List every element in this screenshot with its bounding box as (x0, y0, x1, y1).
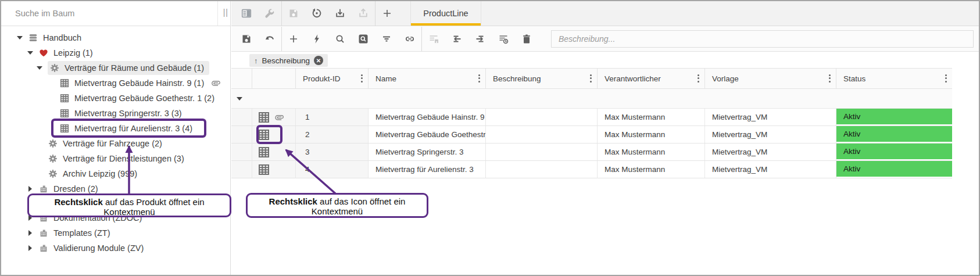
tab-productline[interactable]: ProductLine (410, 1, 481, 26)
delete-button[interactable] (515, 27, 538, 51)
save-view-button[interactable] (422, 27, 445, 51)
table-row[interactable]: 4 Mietvertrag für Aurelienstr. 3 Max Mus… (231, 161, 952, 178)
form-panel-button[interactable] (235, 1, 258, 26)
tree-item-label: Verträge für Fahrzeuge (2) (63, 139, 162, 148)
export-button[interactable] (352, 1, 375, 26)
tree-item-goethestr[interactable]: Mietvertrag Gebäude Goethestr. 1 (2) (1, 91, 230, 106)
sidebar-collapse-handle[interactable]: || (223, 8, 228, 17)
actions-button[interactable] (305, 27, 328, 51)
row-icon-cell[interactable] (252, 109, 296, 126)
column-menu-icon[interactable] (588, 73, 593, 84)
add-tab-button[interactable] (375, 1, 399, 26)
history-list-button[interactable] (492, 27, 515, 51)
tree-item-vertraege-fahrzeuge[interactable]: Verträge für Fahrzeuge (2) (1, 136, 230, 151)
caret-down-icon[interactable] (16, 36, 23, 40)
caret-right-icon[interactable] (27, 186, 34, 192)
chip-row: ↑ Beschreibung ✕ (231, 52, 979, 68)
header-status[interactable]: Status (836, 69, 952, 88)
table-row[interactable]: 1 Mietvertrag Gebäude Hainstr. 9 Max Mus… (231, 109, 952, 126)
row-expand-cell (231, 109, 252, 126)
tree-item-label: Handbuch (43, 33, 81, 42)
row-expand-cell (231, 126, 252, 143)
beschreibung-cell (486, 126, 598, 143)
column-menu-icon[interactable] (827, 73, 832, 84)
tree-item-label: Mietvertrag Gebäude Goethestr. 1 (2) (74, 94, 214, 103)
annotation-callout-product: Rechtsklick auf das Produkt öffnet ein K… (27, 193, 231, 217)
column-menu-icon[interactable] (943, 73, 949, 84)
tree-item-vertraege-raeume[interactable]: Verträge für Räume und Gebäude (1) (1, 60, 230, 76)
status-badge: Aktiv (836, 109, 952, 124)
tree-item-templates[interactable]: Templates (ZT) (1, 225, 230, 241)
link-button[interactable] (398, 27, 421, 51)
paperclip-icon (210, 79, 221, 87)
group-row[interactable] (231, 89, 952, 109)
header-beschreibung[interactable]: Beschreibung (486, 69, 598, 88)
status-cell: Aktiv (836, 161, 952, 178)
tree-item-hainstr[interactable]: Mietvertrag Gebäude Hainstr. 9 (1) (1, 76, 230, 91)
heart-icon (38, 48, 49, 58)
tree-item-validierung-module[interactable]: Validierung Module (ZV) (1, 241, 230, 256)
tree-item-label: Dresden (2) (53, 184, 98, 193)
annotation-highlight-tree-item (51, 119, 206, 138)
import-icon (334, 8, 346, 19)
header-verantwortlicher[interactable]: Verantwortlicher (598, 69, 705, 88)
tree-search-input[interactable] (1, 1, 218, 26)
tab-label: ProductLine (423, 9, 468, 18)
produkt-id-cell: 4 (296, 161, 369, 178)
row-icon-cell[interactable] (252, 161, 296, 178)
check-out-button[interactable] (468, 27, 492, 51)
tree-item-archiv-leipzig[interactable]: Archiv Leipzig (999) (1, 166, 230, 181)
application-window: || Handbuch Leipzig (1) (0, 0, 980, 276)
check-in-icon (451, 33, 463, 45)
column-menu-icon[interactable] (359, 73, 364, 84)
tree-item-vertraege-dienstleistungen[interactable]: Verträge für Dienstleistungen (3) (1, 151, 230, 166)
header-vorlage[interactable]: Vorlage (705, 69, 836, 88)
caret-down-icon[interactable] (36, 66, 43, 70)
search-button[interactable] (328, 27, 352, 51)
tab-toolbar: ProductLine (231, 1, 979, 26)
building-icon (38, 243, 49, 253)
vorlage-cell: Mietvertrag_VM (705, 109, 836, 126)
status-badge: Aktiv (836, 144, 952, 159)
save-button[interactable] (235, 27, 258, 51)
beschreibung-cell (486, 109, 598, 126)
filter-button[interactable] (375, 27, 398, 51)
settings-wrench-button[interactable] (258, 1, 281, 26)
grid-icon (257, 145, 271, 159)
sort-chip-beschreibung[interactable]: ↑ Beschreibung ✕ (249, 54, 328, 67)
table-row[interactable]: 3 Mietvertrag Springerstr. 3 Max Musterm… (231, 144, 952, 161)
vorlage-cell: Mietvertrag_VM (705, 126, 836, 143)
link-icon (404, 33, 416, 45)
search-icon (334, 33, 346, 45)
tree-item-handbuch[interactable]: Handbuch (1, 30, 230, 45)
tree-item-label: Mietvertrag Springerstr. 3 (3) (74, 109, 182, 118)
remove-sort-icon[interactable]: ✕ (314, 56, 323, 65)
grid-toolbar (231, 26, 979, 52)
caret-right-icon[interactable] (27, 245, 34, 251)
import-button[interactable] (328, 1, 352, 26)
undo-button[interactable] (258, 27, 281, 51)
header-produkt-id[interactable]: Produkt-ID (296, 69, 369, 88)
header-name[interactable]: Name (369, 69, 486, 88)
column-menu-icon[interactable] (696, 73, 701, 84)
grid-icon (257, 110, 271, 124)
search-in-results-button[interactable] (352, 27, 375, 51)
database-icon (28, 33, 38, 43)
add-row-button[interactable] (282, 27, 305, 51)
check-in-button[interactable] (445, 27, 468, 51)
description-search-input[interactable] (551, 30, 974, 48)
row-icon-cell[interactable] (252, 144, 296, 160)
verantwortlicher-cell: Max Mustermann (598, 161, 705, 178)
sort-ascending-icon: ↑ (254, 56, 258, 65)
tree-item-leipzig[interactable]: Leipzig (1) (1, 45, 230, 60)
selected-tree-item-highlight: Verträge für Räume und Gebäude (1) (48, 61, 209, 75)
restore-button[interactable] (305, 1, 328, 26)
save-layout-button[interactable] (282, 1, 305, 26)
table-row[interactable]: 2 Mietvertrag Gebäude Goethestr. 1 Max M… (231, 126, 952, 144)
column-menu-icon[interactable] (477, 73, 482, 84)
status-badge: Aktiv (836, 161, 952, 177)
caret-down-icon[interactable] (27, 51, 34, 55)
group-collapse-icon[interactable] (237, 97, 242, 101)
caret-right-icon[interactable] (27, 230, 34, 236)
search-in-results-icon (357, 33, 369, 45)
